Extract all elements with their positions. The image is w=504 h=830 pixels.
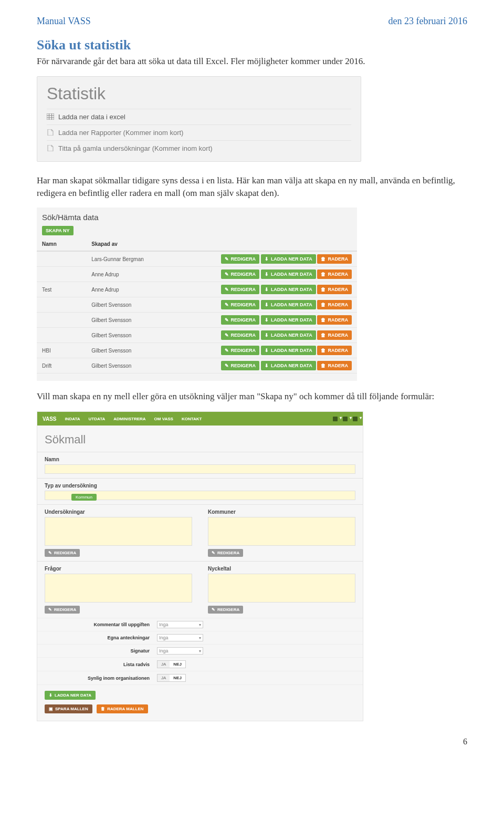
nav-administrera[interactable]: ADMINISTRERA [113,417,145,421]
edit-icon: ✎ [225,256,229,262]
edit-button[interactable]: ✎ REDIGERA [221,269,260,279]
pencil-icon: ✎ [212,607,215,612]
table-title: Sök/Hämta data [37,213,357,225]
delete-button[interactable]: 🗑 RADERA [317,330,352,340]
settings-row: SignaturInga▾ [37,644,363,657]
cell-created-by: Gilbert Svensson [86,313,210,328]
edit-button[interactable]: ✎ REDIGERA [221,300,260,309]
navbar-brand[interactable]: VASS [43,416,57,422]
col-created-by: Skapad av [86,237,210,251]
edit-button[interactable]: ✎ REDIGERA [221,346,260,355]
delete-button[interactable]: 🗑 RADERA [317,346,352,355]
trash-icon: 🗑 [321,256,326,262]
download-button[interactable]: ⬇ LADDA NER DATA [261,346,316,355]
delete-button[interactable]: 🗑 RADERA [317,269,352,279]
cell-name [37,328,86,343]
edit-icon: ✎ [225,272,229,277]
edit-undersokningar-button[interactable]: ✎ REDIGERA [45,549,80,557]
panel-item-gamla[interactable]: Titta på gamla undersökningar (Kommer in… [47,140,351,156]
edit-fragor-button[interactable]: ✎ REDIGERA [45,606,80,614]
fragor-area[interactable] [45,574,192,603]
edit-nyckeltal-button[interactable]: ✎ REDIGERA [208,606,243,614]
download-icon: ⬇ [49,693,52,698]
cell-name [37,251,86,267]
edit-button[interactable]: ✎ REDIGERA [221,361,260,370]
settings-dropdown[interactable]: Inga▾ [157,634,203,641]
nav-kontakt[interactable]: KONTAKT [182,417,202,421]
edit-button[interactable]: ✎ REDIGERA [221,315,260,325]
download-icon: ⬇ [265,287,269,292]
edit-icon: ✎ [225,302,229,307]
delete-template-button[interactable]: 🗑 RADERA MALLEN [97,704,148,713]
navbar: VASS INDATA UTDATA ADMINISTRERA OM VASS … [37,412,363,426]
nav-omvass[interactable]: OM VASS [154,417,173,421]
label-kommuner: Kommuner [208,509,355,515]
cell-name [37,297,86,313]
download-button[interactable]: ⬇ LADDA NER DATA [261,285,316,294]
cell-created-by: Gilbert Svensson [86,328,210,343]
nyckeltal-area[interactable] [208,574,355,603]
cell-created-by: Lars-Gunnar Bergman [86,251,210,267]
download-icon: ⬇ [265,256,269,262]
chevron-down-icon: ▾ [199,649,201,653]
settings-toggle[interactable]: JANEJ [157,674,186,682]
download-button[interactable]: ⬇ LADDA NER DATA [261,315,316,325]
panel-item-excel[interactable]: Ladda ner data i excel [47,109,351,124]
edit-icon: ✎ [225,287,229,292]
svg-rect-0 [47,113,54,120]
edit-button[interactable]: ✎ REDIGERA [221,254,260,264]
nav-user-icon[interactable] [353,417,358,421]
pencil-icon: ✎ [48,551,52,555]
nav-utdata[interactable]: UTDATA [89,417,106,421]
settings-row: Synlig inom organisationenJANEJ [37,671,363,684]
templates-table: Namn Skapad av Lars-Gunnar Bergman✎ REDI… [37,237,357,374]
settings-toggle[interactable]: JANEJ [157,660,186,668]
trash-icon: 🗑 [321,333,326,338]
panel-item-rapporter[interactable]: Ladda ner Rapporter (Kommer inom kort) [47,124,351,140]
table-row: Gilbert Svensson✎ REDIGERA ⬇ LADDA NER D… [37,297,357,313]
sokmall-form: VASS INDATA UTDATA ADMINISTRERA OM VASS … [37,411,363,721]
name-input[interactable] [45,464,355,474]
settings-dropdown[interactable]: Inga▾ [157,621,203,628]
data-table-panel: Sök/Hämta data SKAPA NY Namn Skapad av L… [37,208,357,381]
download-button[interactable]: ⬇ LADDA NER DATA [261,254,316,264]
download-button[interactable]: ⬇ LADDA NER DATA [261,269,316,279]
cell-name [37,313,86,328]
panel-title: Statistik [47,84,351,103]
download-button[interactable]: ⬇ LADDA NER DATA [261,361,316,370]
pencil-icon: ✎ [212,551,215,555]
label-undersokningar: Undersökningar [45,509,192,515]
nav-dropdown-icon[interactable] [343,417,348,421]
download-button[interactable]: ⬇ LADDA NER DATA [261,330,316,340]
cell-created-by: Gilbert Svensson [86,358,210,374]
table-row: DriftGilbert Svensson✎ REDIGERA ⬇ LADDA … [37,358,357,374]
after-table-text: Vill man skapa en ny mell eller göra en … [37,390,467,403]
delete-button[interactable]: 🗑 RADERA [317,361,352,370]
panel-item-label: Ladda ner Rapporter (Kommer inom kort) [58,129,183,137]
edit-kommuner-button[interactable]: ✎ REDIGERA [208,549,243,557]
download-data-button[interactable]: ⬇ LADDA NER DATA [45,691,96,700]
save-template-button[interactable]: ▣ SPARA MALLEN [45,704,92,713]
type-input[interactable]: Kommun [45,491,355,500]
settings-dropdown[interactable]: Inga▾ [157,647,203,655]
settings-row: Egna anteckningarInga▾ [37,631,363,644]
type-tag[interactable]: Kommun [71,494,97,501]
download-icon: ⬇ [265,272,269,277]
table-row: Gilbert Svensson✎ REDIGERA ⬇ LADDA NER D… [37,328,357,343]
delete-button[interactable]: 🗑 RADERA [317,254,352,264]
create-button[interactable]: SKAPA NY [42,226,74,235]
undersokningar-area[interactable] [45,517,192,546]
nav-indata[interactable]: INDATA [65,417,80,421]
delete-button[interactable]: 🗑 RADERA [317,315,352,325]
edit-button[interactable]: ✎ REDIGERA [221,330,260,340]
nav-dropdown-icon[interactable] [333,417,338,421]
label-name: Namn [45,456,355,462]
trash-icon: 🗑 [101,707,105,711]
delete-button[interactable]: 🗑 RADERA [317,300,352,309]
edit-button[interactable]: ✎ REDIGERA [221,285,260,294]
kommuner-area[interactable] [208,517,355,546]
label-fragor: Frågor [45,566,192,572]
cell-created-by: Gilbert Svensson [86,343,210,358]
delete-button[interactable]: 🗑 RADERA [317,285,352,294]
download-button[interactable]: ⬇ LADDA NER DATA [261,300,316,309]
